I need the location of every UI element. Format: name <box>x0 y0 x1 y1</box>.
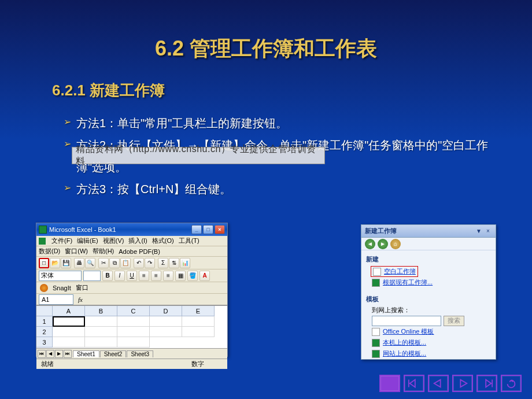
col-header-a[interactable]: A <box>53 306 85 316</box>
cell[interactable] <box>182 316 215 327</box>
sheet-tab-1[interactable]: Sheet1 <box>73 350 99 357</box>
blank-workbook-link-highlighted[interactable]: 空白工作簿 <box>371 266 418 277</box>
cell[interactable] <box>53 337 85 348</box>
open-button[interactable]: 📂 <box>50 258 60 268</box>
bold-button[interactable]: B <box>102 271 113 281</box>
snagit-window-label[interactable]: 窗口 <box>76 283 88 292</box>
font-size-box[interactable] <box>83 271 101 281</box>
excel-window: Microsoft Excel - Book1 _ □ × 文件(F) 编辑(E… <box>36 223 228 357</box>
col-header-b[interactable]: B <box>85 306 117 316</box>
italic-button[interactable]: I <box>114 271 125 281</box>
nav-first-button[interactable] <box>404 375 424 392</box>
fill-color-button[interactable]: 🪣 <box>187 271 198 281</box>
formula-bar: A1 fx <box>36 294 227 305</box>
taskpane-dropdown-button[interactable]: ▼ <box>475 227 483 235</box>
underline-button[interactable]: U <box>127 271 137 281</box>
menu-help[interactable]: 帮助(H) <box>93 247 114 256</box>
nav-prev-button[interactable] <box>428 375 449 392</box>
preview-button[interactable]: 🔍 <box>85 258 95 268</box>
font-color-button[interactable]: A <box>200 271 210 281</box>
minimize-button[interactable]: _ <box>191 225 202 234</box>
excel-format-toolbar: 宋体 B I U ≡ ≡ ≡ ▦ 🪣 A <box>36 269 227 282</box>
save-button[interactable]: 💾 <box>61 258 71 268</box>
template-search-input[interactable] <box>372 316 441 326</box>
cell[interactable] <box>117 327 150 337</box>
border-button[interactable]: ▦ <box>175 271 186 281</box>
nav-current-button[interactable] <box>379 375 400 392</box>
maximize-button[interactable]: □ <box>203 225 213 234</box>
tab-next-button[interactable]: ▶ <box>55 350 63 358</box>
new-button-highlighted[interactable]: □ <box>39 258 49 268</box>
sheet-tab-3[interactable]: Sheet3 <box>127 350 153 357</box>
cell[interactable] <box>117 337 150 348</box>
office-online-link[interactable]: Office Online 模板 <box>366 326 491 337</box>
print-button[interactable]: 🖶 <box>74 258 84 268</box>
excel-titlebar: Microsoft Excel - Book1 _ □ × <box>36 223 227 236</box>
cell[interactable] <box>150 327 182 337</box>
align-left-button[interactable]: ≡ <box>139 271 149 281</box>
nav-last-button[interactable] <box>476 375 497 392</box>
cell-a1-selected[interactable] <box>53 316 85 327</box>
excel-standard-toolbar: □ 📂 💾 🖶 🔍 ✂ ⧉ 📋 ↶ ↷ Σ ⇅ 📊 <box>36 257 227 269</box>
cell[interactable] <box>53 327 85 337</box>
menu-data[interactable]: 数据(D) <box>39 247 60 256</box>
menu-format[interactable]: 格式(O) <box>152 237 174 245</box>
name-box[interactable]: A1 <box>39 294 73 305</box>
worksheet-grid[interactable]: A B C D E 1 2 3 <box>36 305 227 348</box>
cell[interactable] <box>182 327 215 337</box>
web-templates-link[interactable]: 网站上的模板... <box>366 348 491 359</box>
taskpane-back-button[interactable]: ◄ <box>365 239 375 249</box>
nav-next-button[interactable] <box>452 375 473 392</box>
menu-insert[interactable]: 插入(I) <box>128 237 147 245</box>
search-web-label: 到网上搜索： <box>372 306 491 315</box>
menu-view[interactable]: 视图(V) <box>103 237 124 245</box>
row-header-2[interactable]: 2 <box>36 327 53 337</box>
taskpane-fwd-button[interactable]: ► <box>378 239 388 249</box>
cell[interactable] <box>85 316 117 327</box>
taskpane-close-button[interactable]: × <box>484 227 492 235</box>
excel-menubar-2: 数据(D) 窗口(W) 帮助(H) Adobe PDF(B) <box>36 246 227 257</box>
col-header-d[interactable]: D <box>150 306 182 316</box>
bullet-3: 方法3：按【Ctrl+N】组合键。 <box>64 178 503 200</box>
copy-button[interactable]: ⧉ <box>109 258 120 268</box>
align-center-button[interactable]: ≡ <box>151 271 161 281</box>
cell[interactable] <box>117 316 150 327</box>
cut-button[interactable]: ✂ <box>98 258 109 268</box>
col-header-e[interactable]: E <box>182 306 215 316</box>
chart-button[interactable]: 📊 <box>180 258 190 268</box>
taskpane-home-button[interactable]: ⌂ <box>390 239 401 249</box>
redo-button[interactable]: ↷ <box>145 258 155 268</box>
menu-window[interactable]: 窗口(W) <box>65 247 88 256</box>
sort-button[interactable]: ⇅ <box>169 258 179 268</box>
close-button[interactable]: × <box>215 225 225 234</box>
section-new-label: 新建 <box>366 255 491 264</box>
nav-return-button[interactable] <box>501 375 522 392</box>
template-search-button[interactable]: 搜索 <box>444 316 464 326</box>
row-header-1[interactable]: 1 <box>36 316 53 327</box>
undo-button[interactable]: ↶ <box>134 258 144 268</box>
sheet-tab-2[interactable]: Sheet2 <box>100 350 127 357</box>
from-existing-link[interactable]: 根据现有工作簿... <box>366 277 491 288</box>
cell[interactable] <box>85 327 117 337</box>
local-templates-icon <box>372 339 380 347</box>
select-all-corner[interactable] <box>36 306 53 316</box>
menu-tools[interactable]: 工具(T) <box>179 237 200 245</box>
tab-first-button[interactable]: ⏮ <box>38 350 46 358</box>
row-header-3[interactable]: 3 <box>36 337 53 348</box>
font-name-box[interactable]: 宋体 <box>39 271 82 281</box>
menu-pdf[interactable]: Adobe PDF(B) <box>119 248 160 255</box>
col-header-c[interactable]: C <box>117 306 150 316</box>
paste-button[interactable]: 📋 <box>120 258 131 268</box>
taskpane-template-section: 模板 到网上搜索： 搜索 Office Online 模板 本机上的模板... … <box>361 290 496 361</box>
autosum-button[interactable]: Σ <box>158 258 168 268</box>
tab-last-button[interactable]: ⏭ <box>64 350 72 358</box>
menu-edit[interactable]: 编辑(E) <box>77 237 98 245</box>
tab-prev-button[interactable]: ◀ <box>46 350 54 358</box>
local-templates-link[interactable]: 本机上的模板... <box>366 337 491 348</box>
menu-file[interactable]: 文件(F) <box>51 237 72 245</box>
section-template-label: 模板 <box>366 295 491 304</box>
fx-label[interactable]: fx <box>78 296 83 303</box>
cell[interactable] <box>85 337 117 348</box>
align-right-button[interactable]: ≡ <box>163 271 173 281</box>
cell[interactable] <box>150 316 182 327</box>
